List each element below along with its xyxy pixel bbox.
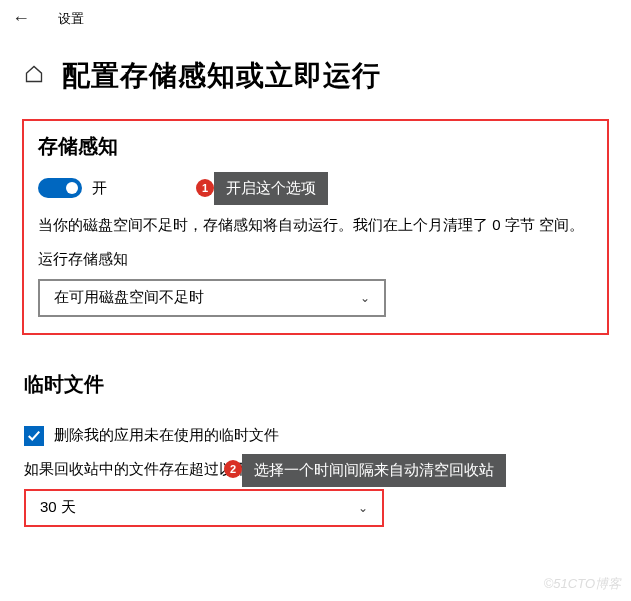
annotation-tooltip-1: 开启这个选项 [214,172,328,205]
home-icon[interactable] [24,64,44,88]
watermark: ©51CTO博客 [544,575,621,593]
run-frequency-dropdown[interactable]: 在可用磁盘空间不足时 ⌄ [38,279,386,317]
run-storage-sense-label: 运行存储感知 [38,250,593,269]
page-title: 配置存储感知或立即运行 [62,57,381,95]
annotation-badge-2: 2 [224,460,242,478]
dropdown-value: 在可用磁盘空间不足时 [54,288,204,307]
back-icon[interactable]: ← [12,8,30,29]
annotation-badge-1: 1 [196,179,214,197]
recycle-bin-duration-dropdown[interactable]: 30 天 ⌄ [24,489,384,527]
chevron-down-icon: ⌄ [360,291,370,305]
toggle-label: 开 [92,179,107,198]
annotation-tooltip-2: 选择一个时间间隔来自动清空回收站 [242,454,506,487]
storage-sense-section: 存储感知 开 1 开启这个选项 当你的磁盘空间不足时，存储感知将自动运行。我们在… [22,119,609,335]
storage-sense-description: 当你的磁盘空间不足时，存储感知将自动运行。我们在上个月清理了 0 字节 空间。 [38,212,593,238]
delete-temp-files-checkbox[interactable] [24,426,44,446]
dropdown-value: 30 天 [40,498,76,517]
temp-files-heading: 临时文件 [24,371,631,398]
storage-sense-heading: 存储感知 [38,133,593,160]
checkbox-label: 删除我的应用未在使用的临时文件 [54,426,279,445]
settings-header-label: 设置 [58,10,84,28]
chevron-down-icon: ⌄ [358,501,368,515]
storage-sense-toggle[interactable] [38,178,82,198]
